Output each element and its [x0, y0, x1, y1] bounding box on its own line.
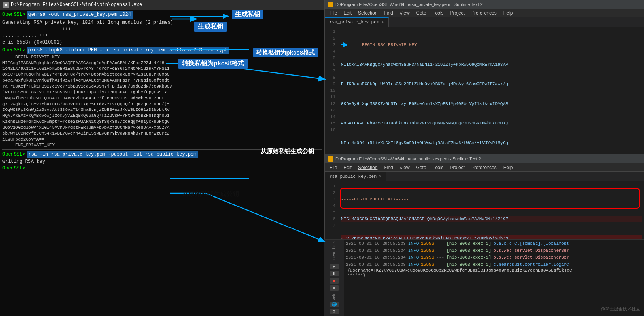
terminal-panel: ■ D:\Program Files\OpenSSL-Win64\bin\ope…: [0, 0, 324, 316]
tab-private-key[interactable]: rsa_private_key.pem ×: [325, 17, 389, 27]
line-numbers-private: 12345 678910 1112131415 16: [325, 27, 339, 135]
menu-view-pub[interactable]: View: [396, 164, 413, 171]
output-dots2: ............++++: [2, 32, 322, 39]
code-content-public: -----BEGIN PUBLIC KEY----- MIGfMA0GCSqGS…: [339, 181, 644, 239]
sublime-private-titlebar: D:\Program Files\OpenSSL-Win64\bin\rsa_p…: [325, 0, 644, 9]
sublime-private-panel: D:\Program Files\OpenSSL-Win64\bin\rsa_p…: [324, 0, 644, 154]
sublime-public-title: D:\Program Files\OpenSSL-Win64\bin\rsa_p…: [335, 156, 481, 161]
annotation-generate: 生成私钥: [232, 10, 263, 19]
sublime-public-panel: D:\Program Files\OpenSSL-Win64\bin\rsa_p…: [324, 154, 644, 239]
log-line-3: 2021-09-01 16:29:55.234 INFO 15956 --- […: [346, 254, 642, 261]
log-ts-2: 2021-09-01 16:29:55.234: [346, 247, 406, 255]
log-class-2: o.s.web.servlet.DispatcherSer: [493, 247, 569, 255]
menu-find-pub[interactable]: Find: [381, 164, 396, 171]
log-btn-stop[interactable]: ■: [330, 278, 339, 284]
line-numbers-public: 1234567: [325, 181, 339, 230]
menu-tools-priv[interactable]: Tools: [430, 10, 447, 17]
log-btn-play[interactable]: ▶: [330, 264, 339, 269]
watermark: @稀土掘金技术社区: [601, 306, 640, 312]
annotation-generate-overlay: 生成私钥: [194, 22, 227, 32]
code-area-public[interactable]: 1234567 -----BEGIN PUBLIC KEY----- MIGfM…: [325, 181, 644, 239]
menu-help-pub[interactable]: Help: [500, 164, 516, 171]
menu-prefs-pub[interactable]: Preferences: [468, 164, 500, 171]
menu-goto-priv[interactable]: Goto: [413, 10, 430, 17]
menu-project-pub[interactable]: Project: [447, 164, 468, 171]
menu-help-priv[interactable]: Help: [500, 10, 516, 17]
log-panel: Favorites ▶ ⏸ ■ ≡ Web 🌐 ⚙ 2021-09-01 16:…: [324, 239, 644, 316]
log-ts-3: 2021-09-01 16:29:55.234: [346, 254, 406, 261]
log-json-2: ******}: [346, 273, 642, 278]
log-pid-4: 15956: [421, 261, 434, 268]
menu-view-priv[interactable]: View: [396, 10, 413, 17]
terminal-body[interactable]: OpenSSL> genrsa -out rsa_private_key.pem…: [0, 10, 324, 316]
log-btn-list[interactable]: ≡: [330, 285, 339, 291]
code-content-private: -----BEGIN RSA PRIVATE KEY----- MIICXAIB…: [339, 27, 644, 154]
tab-public-key[interactable]: rsa_public_key.pem ×: [325, 172, 386, 181]
log-thread-4: [nio-8000-exec-1]: [447, 261, 491, 268]
output-opensslprompt: OpenSSL>: [2, 165, 322, 172]
prompt-rsa: OpenSSL>: [2, 151, 25, 158]
tab-public-key-label: rsa_public_key.pem: [330, 174, 377, 179]
menu-prefs-priv[interactable]: Preferences: [468, 10, 500, 17]
log-dash-3: ---: [436, 254, 444, 261]
log-level-4: INFO: [408, 261, 419, 268]
tab-private-key-label: rsa_private_key.pem: [330, 20, 379, 25]
menu-edit-priv[interactable]: Edit: [340, 10, 355, 17]
annotation-pkcs8-overlay: 转换私钥为pkcs8格式: [178, 59, 248, 69]
output-dots1: ....................++++: [2, 26, 322, 33]
sublime-public-menubar[interactable]: File Edit Selection Find View Goto Tools…: [325, 163, 644, 172]
menu-edit-pub[interactable]: Edit: [340, 164, 355, 171]
sublime-private-icon: [328, 2, 333, 7]
menu-selection-priv[interactable]: Selection: [355, 10, 381, 17]
terminal-title: D:\Program Files\OpenSSL-Win64\bin\opens…: [11, 2, 142, 8]
sublime-public-titlebar: D:\Program Files\OpenSSL-Win64\bin\rsa_p…: [325, 154, 644, 163]
log-pid-3: 15956: [421, 254, 434, 261]
log-btn-globe[interactable]: 🌐: [330, 302, 339, 307]
log-ts-1: 2021-09-01 16:29:55.233: [346, 240, 406, 247]
menu-tools-pub[interactable]: Tools: [430, 164, 447, 171]
menu-project-priv[interactable]: Project: [447, 10, 468, 17]
arrow-begin-priv: [341, 42, 347, 47]
log-level-3: INFO: [408, 254, 419, 261]
tab-close-private[interactable]: ×: [381, 20, 384, 25]
menu-find-priv[interactable]: Find: [381, 10, 396, 17]
log-thread-1: [nio-8000-exec-1]: [447, 240, 491, 247]
log-line-2: 2021-09-01 16:29:55.234 INFO 15956 --- […: [346, 247, 642, 255]
tab-bar-private: rsa_private_key.pem ×: [325, 17, 644, 27]
log-sidebar: Favorites ▶ ⏸ ■ ≡ Web 🌐 ⚙: [324, 240, 344, 316]
annotation-public: 从原始私钥生成公钥: [261, 147, 314, 155]
tab-bar-public: rsa_public_key.pem ×: [325, 172, 644, 181]
log-level-1: INFO: [408, 240, 419, 247]
sidebar-label-favorites: Favorites: [332, 241, 336, 261]
log-class-4: c.heartsuit.controller.LoginC: [493, 261, 569, 268]
menu-selection-pub[interactable]: Selection: [355, 164, 381, 171]
menu-goto-pub[interactable]: Goto: [413, 164, 430, 171]
cmd-genrsa: genrsa -out rsa_private_key.pem 1024: [27, 11, 133, 19]
right-panel: D:\Program Files\OpenSSL-Win64\bin\rsa_p…: [324, 0, 644, 316]
tab-close-public[interactable]: ×: [379, 175, 381, 179]
output-generating: Generating RSA private key, 1024 bit lon…: [2, 19, 322, 26]
log-dash-1: ---: [436, 240, 444, 247]
log-btn-settings[interactable]: ⚙: [330, 309, 339, 314]
log-level-2: INFO: [408, 247, 419, 255]
sublime-private-title: D:\Program Files\OpenSSL-Win64\bin\rsa_p…: [335, 2, 483, 7]
terminal-titlebar: ■ D:\Program Files\OpenSSL-Win64\bin\ope…: [0, 0, 324, 10]
output-writing: writing RSA key: [2, 158, 322, 165]
cmd-rsa: rsa -in rsa_private_key.pem -pubout -out…: [27, 151, 198, 158]
sublime-public-icon: [328, 156, 333, 162]
log-line-4: 2021-09-01 16:29:55.238 INFO 15956 --- […: [346, 261, 642, 268]
annotation-public-overlay: 从原始私钥生成公钥: [178, 189, 243, 199]
log-thread-3: [nio-8000-exec-1]: [447, 254, 491, 261]
code-area-private[interactable]: 12345 678910 1112131415 16 -----BEGIN RS…: [325, 27, 644, 154]
output-e: e is 65537 (0x010001): [2, 39, 322, 46]
log-ts-4: 2021-09-01 16:29:55.238: [346, 261, 406, 268]
menu-file-pub[interactable]: File: [326, 164, 340, 171]
sublime-private-menubar[interactable]: File Edit Selection Find View Goto Tools…: [325, 9, 644, 17]
bottom-right: D:\Program Files\OpenSSL-Win64\bin\rsa_p…: [324, 154, 644, 316]
log-dash-4: ---: [436, 261, 444, 268]
log-btn-pause[interactable]: ⏸: [330, 271, 339, 276]
log-class-3: o.s.web.servlet.DispatcherSer: [493, 254, 569, 261]
menu-file-priv[interactable]: File: [326, 10, 340, 17]
terminal-icon: ■: [3, 2, 9, 8]
private-key-output: -----BEGIN PRIVATE KEY----- MIICdgIBADAN…: [2, 54, 322, 148]
